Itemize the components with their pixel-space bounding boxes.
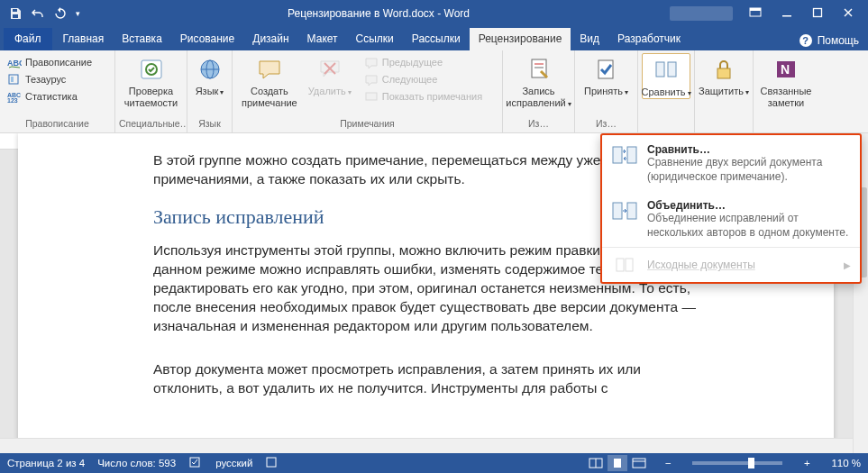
- tab-draw[interactable]: Рисование: [171, 28, 243, 50]
- svg-rect-25: [717, 68, 730, 78]
- tab-references[interactable]: Ссылки: [347, 28, 403, 50]
- tab-developer[interactable]: Разработчик: [608, 28, 690, 50]
- new-comment-icon: [255, 55, 284, 84]
- group-special-label: Специальные…: [115, 118, 187, 132]
- spell-status-icon[interactable]: [188, 456, 203, 470]
- svg-rect-5: [814, 8, 822, 16]
- tab-home[interactable]: Главная: [54, 28, 114, 50]
- tab-mailings[interactable]: Рассылки: [403, 28, 470, 50]
- paragraph: Автор документа может просмотреть исправ…: [153, 360, 708, 398]
- combine-item-title: Объединить…: [647, 199, 851, 212]
- help-label[interactable]: Помощь: [818, 34, 859, 47]
- onenote-label: Связанные заметки: [761, 86, 812, 108]
- tab-layout[interactable]: Макет: [298, 28, 347, 50]
- next-comment-label: Следующее: [382, 74, 438, 85]
- account-area[interactable]: [670, 6, 733, 21]
- zoom-in-button[interactable]: +: [800, 458, 813, 468]
- svg-rect-3: [750, 8, 761, 11]
- svg-text:123: 123: [7, 97, 18, 103]
- horizontal-scrollbar[interactable]: [0, 438, 853, 453]
- zoom-slider[interactable]: [692, 461, 782, 465]
- combine-item-desc: Объединение исправлений от нескольких ав…: [647, 212, 851, 240]
- language-icon: [196, 55, 224, 84]
- thesaurus-button[interactable]: Тезаурус: [4, 71, 96, 87]
- source-docs-label: Исходные документы: [647, 259, 755, 271]
- svg-rect-1: [13, 14, 18, 18]
- compare-menu-item[interactable]: Сравнить… Сравнение двух версий документ…: [602, 135, 860, 191]
- protect-button[interactable]: Защитить▾: [699, 53, 749, 97]
- accept-label: Принять: [584, 86, 623, 96]
- view-buttons: [586, 455, 649, 471]
- redo-icon[interactable]: [54, 7, 67, 20]
- svg-rect-24: [668, 62, 676, 77]
- compare-item-title: Сравнить…: [647, 143, 851, 156]
- readability-icon: [137, 55, 166, 84]
- new-comment-button[interactable]: Создать примечание: [236, 53, 303, 108]
- web-layout-button[interactable]: [629, 455, 649, 471]
- language-button[interactable]: Язык▾: [187, 53, 233, 97]
- ribbon-tabs: Файл Главная Вставка Рисование Дизайн Ма…: [0, 27, 868, 50]
- zoom-out-button[interactable]: −: [662, 458, 674, 468]
- tab-review[interactable]: Рецензирование: [470, 28, 571, 50]
- combine-menu-item[interactable]: Объединить… Объединение исправлений от н…: [602, 191, 860, 247]
- readability-label: Проверка читаемости: [124, 86, 178, 108]
- track-changes-icon: [525, 55, 553, 84]
- compare-label: Сравнить: [642, 86, 686, 97]
- quick-access-toolbar: ▾: [0, 7, 87, 20]
- save-icon[interactable]: [9, 7, 22, 20]
- svg-rect-22: [598, 60, 613, 78]
- qat-customize-icon[interactable]: ▾: [76, 9, 80, 18]
- status-bar: Страница 2 из 4 Число слов: 593 русский …: [0, 453, 868, 473]
- ribbon: ABC Правописание Тезаурус ABC123 Статист…: [0, 50, 868, 133]
- page-indicator[interactable]: Страница 2 из 4: [7, 458, 85, 468]
- onenote-icon: N: [772, 55, 800, 84]
- group-protect-label: [695, 118, 753, 132]
- chevron-right-icon: ▶: [844, 260, 851, 270]
- tab-design[interactable]: Дизайн: [243, 28, 297, 50]
- compare-button[interactable]: Сравнить▾: [642, 53, 690, 99]
- protect-icon: [709, 55, 738, 84]
- tab-insert[interactable]: Вставка: [113, 28, 171, 50]
- language-status[interactable]: русский: [215, 458, 252, 468]
- readability-button[interactable]: Проверка читаемости: [119, 53, 183, 108]
- compare-item-desc: Сравнение двух версий документа (юридиче…: [647, 156, 851, 184]
- svg-rect-0: [13, 9, 17, 12]
- accessibility-icon[interactable]: [265, 456, 278, 470]
- accept-button[interactable]: Принять▾: [579, 53, 634, 97]
- stats-icon: ABC123: [7, 89, 22, 104]
- group-comments-label: Примечания: [233, 118, 502, 132]
- undo-icon[interactable]: [31, 7, 45, 20]
- help-icon[interactable]: ?: [799, 34, 812, 47]
- compare-item-icon: [611, 143, 638, 167]
- tab-file[interactable]: Файл: [4, 28, 52, 50]
- window-controls: [742, 7, 868, 21]
- minimize-icon[interactable]: [781, 7, 792, 21]
- svg-rect-38: [614, 459, 621, 468]
- close-icon[interactable]: [843, 7, 854, 21]
- stats-button[interactable]: ABC123 Статистика: [4, 88, 96, 105]
- thesaurus-icon: [7, 72, 22, 86]
- tab-view[interactable]: Вид: [571, 28, 608, 50]
- show-comments-icon: [364, 89, 379, 104]
- next-comment-icon: [364, 72, 379, 86]
- print-layout-button[interactable]: [608, 455, 627, 471]
- delete-comment-button: Удалить▾: [303, 53, 357, 97]
- group-compare-label: [638, 118, 694, 132]
- group-tracking-label: Из…: [503, 118, 574, 132]
- zoom-level[interactable]: 110 %: [831, 458, 861, 468]
- svg-rect-4: [782, 15, 791, 17]
- next-comment-button: Следующее: [361, 71, 486, 87]
- svg-rect-32: [617, 259, 624, 271]
- show-comments-button: Показать примечания: [361, 88, 486, 105]
- read-mode-button[interactable]: [586, 455, 606, 471]
- group-proofing-label: Правописание: [0, 118, 114, 132]
- svg-rect-31: [627, 203, 636, 219]
- svg-rect-39: [633, 459, 645, 468]
- track-changes-button[interactable]: Запись исправлений▾: [507, 53, 571, 108]
- onenote-button[interactable]: N Связанные заметки: [757, 53, 815, 108]
- svg-text:ABC: ABC: [7, 59, 22, 68]
- ribbon-options-icon[interactable]: [749, 7, 762, 21]
- spelling-button[interactable]: ABC Правописание: [4, 54, 96, 70]
- maximize-icon[interactable]: [812, 7, 823, 21]
- word-count[interactable]: Число слов: 593: [97, 458, 176, 468]
